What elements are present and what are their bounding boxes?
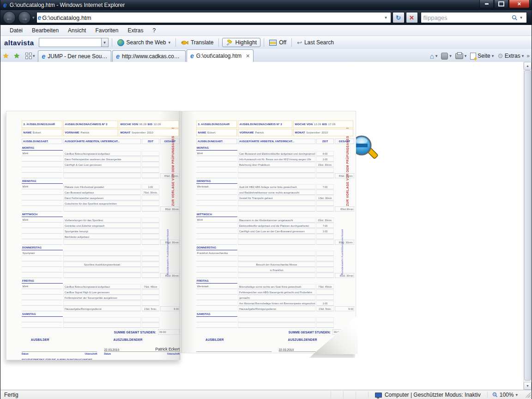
highlight-off-button[interactable]: Off	[267, 38, 288, 47]
last-search-button[interactable]: ↩ Last Search	[295, 38, 336, 47]
altavista-search-dropdown[interactable]: ▾	[101, 38, 109, 47]
print-button[interactable]: ▾	[453, 52, 469, 60]
total-cell	[335, 256, 354, 261]
time-cell	[316, 267, 334, 272]
maximize-button[interactable]	[494, 0, 508, 8]
close-button[interactable]: ✕	[509, 0, 530, 8]
dept-cell	[22, 323, 62, 328]
scrollbar-thumb[interactable]	[524, 70, 531, 381]
time-cell	[142, 168, 159, 173]
total-cell	[335, 157, 354, 162]
vertical-scrollbar[interactable]: ▲ ▼	[523, 62, 532, 390]
approval-section: SICHTVERMERKE FÜR DIE AUSBILDUNGSNACHWEI…	[22, 358, 180, 361]
dept-cell: Frankfurt Automechanika	[196, 251, 237, 256]
home-dropdown[interactable]: ▾	[435, 54, 438, 58]
print-dropdown[interactable]: ▾	[465, 54, 467, 58]
header-firstname-cell: VORNAMEPatrick	[63, 129, 118, 136]
menu-item-favoriten[interactable]: Favoriten	[91, 26, 123, 35]
quick-tabs-button[interactable]: ▾	[22, 50, 37, 61]
search-box[interactable]: ▾	[421, 12, 527, 23]
menu-item-bearbeiten[interactable]: Bearbeiten	[27, 26, 63, 35]
quick-tabs-dropdown[interactable]: ▾	[33, 54, 35, 58]
address-input[interactable]	[41, 14, 382, 22]
sum-label: SUMME GESAMT STUNDEN:	[114, 330, 156, 334]
form-row: Sportplatz	[22, 251, 180, 256]
time-cell	[316, 262, 334, 267]
time-cell: 7:00	[316, 223, 334, 228]
feeds-dropdown[interactable]: ▾	[449, 54, 452, 58]
signature-section: AUSBILDERDatumUnterschriftAUSZUBILDENDER…	[22, 338, 180, 355]
stop-button[interactable]: ✕	[406, 12, 418, 23]
feeds-button[interactable]: ▾	[439, 52, 453, 60]
favorites-star-icon: ★	[3, 52, 9, 60]
tab-3[interactable]: eG:\out\catalog.htm✕	[187, 49, 254, 62]
form-row: MH4Blaumann in der Kleiderkammer umgetau…	[196, 218, 354, 223]
dept-cell: MH4	[196, 218, 237, 223]
total-cell	[160, 229, 180, 234]
translate-button[interactable]: Translate	[179, 38, 216, 47]
dept-cell	[22, 162, 62, 167]
dept-cell	[22, 201, 62, 206]
altavista-search-input[interactable]	[39, 38, 101, 47]
form-row: Can-Buswand aufgebaut7Std. 30min.	[22, 190, 180, 195]
year-value: 2010	[321, 131, 328, 134]
address-dropdown[interactable]: ▾	[382, 13, 390, 22]
dept-cell	[196, 295, 237, 300]
menu-item-extras[interactable]: Extras	[123, 26, 148, 35]
form-row: Hausaufgabe/Reinigungsdienst1Std. 5min.9…	[196, 306, 354, 311]
work-cell: Gestell für Trampolin gebaut	[238, 195, 315, 200]
resize-grip[interactable]	[525, 392, 531, 398]
dept-cell	[22, 301, 62, 306]
address-bar[interactable]: e ▾	[36, 12, 391, 23]
tools-menu-button[interactable]: ⚙Extras▾	[496, 52, 526, 60]
altavista-search-combo[interactable]: ▾	[39, 38, 109, 47]
add-favorite-button[interactable]: ★	[11, 50, 22, 61]
work-cell	[63, 323, 141, 328]
highlight-button[interactable]: Highlight	[222, 38, 260, 47]
zoom-dropdown[interactable]: ▾	[515, 393, 518, 397]
total-cell	[160, 190, 180, 195]
total-cell: 8Std.30min	[335, 206, 354, 212]
tools-menu-dropdown[interactable]: ▾	[522, 54, 524, 58]
tab-2[interactable]: ehttp://www.cadkas.com/g...	[112, 50, 186, 62]
book-page-left: ZUR VORLAGE VOR DEM PRÜFUNGSAUSSCHUSSBun…	[6, 111, 181, 360]
search-the-web-dropdown[interactable]: ▾	[168, 40, 170, 45]
forward-button[interactable]: →	[18, 11, 31, 24]
scroll-up-button[interactable]: ▲	[524, 62, 532, 70]
home-button[interactable]: ⌂▾	[428, 52, 440, 60]
work-cell	[238, 240, 315, 245]
favorites-button[interactable]: ★	[0, 50, 11, 61]
minimize-icon	[485, 3, 489, 5]
minimize-button[interactable]	[479, 0, 494, 8]
search-dropdown[interactable]: ▾	[518, 13, 525, 22]
altavista-logo: altavista	[4, 39, 34, 47]
flipbook: ZUR VORLAGE VOR DEM PRÜFUNGSAUSSCHUSSBun…	[6, 111, 356, 368]
menu-item-?[interactable]: ?	[148, 26, 160, 35]
form-row: Dann Fehlerspeicher ausgelesen	[22, 195, 180, 200]
zoom-control[interactable]: 100% ▾	[487, 392, 522, 398]
time-cell: 6:00	[316, 151, 334, 156]
page-menu-dropdown[interactable]: ▾	[492, 54, 494, 58]
refresh-button[interactable]: ↻	[393, 12, 405, 23]
page-menu-button[interactable]: Seite▾	[468, 52, 496, 60]
month-value: September	[132, 131, 146, 134]
menu-item-datei[interactable]: Datei	[5, 26, 27, 35]
firstname-value: Patrick	[80, 131, 89, 134]
total-cell	[335, 151, 354, 156]
back-button[interactable]: ←	[3, 11, 16, 24]
tab-close-icon[interactable]: ✕	[246, 53, 250, 59]
work-cell: Am Motorrad Bremsbeläge hinten mit Brems…	[238, 301, 315, 306]
header-firstname-cell: VORNAMEPatrick	[238, 129, 292, 136]
tab-1[interactable]: eJUMP - Der neue Sound	[38, 50, 111, 62]
work-cell: Dann Fehlerspeicher ausgelesen	[63, 195, 141, 200]
form-header: 3. AUSBILDUNGSJAHRAUSBILDUNGSNACHWEIS Nº…	[22, 121, 180, 136]
total-cell	[160, 162, 180, 167]
menu-item-ansicht[interactable]: Ansicht	[63, 26, 91, 35]
work-cell: Plakate zum Filmfestival gestaltet	[63, 184, 141, 189]
search-the-web-button[interactable]: Search the Web ▾	[115, 38, 172, 47]
search-input[interactable]	[423, 14, 512, 22]
report-no-label: AUSBILDUNGSNACHWEIS Nº 3	[240, 123, 282, 126]
history-dropdown[interactable]: ▾	[32, 15, 35, 20]
scroll-down-button[interactable]: ▼	[524, 382, 532, 390]
toolbar-overflow-button[interactable]: »	[526, 53, 530, 59]
